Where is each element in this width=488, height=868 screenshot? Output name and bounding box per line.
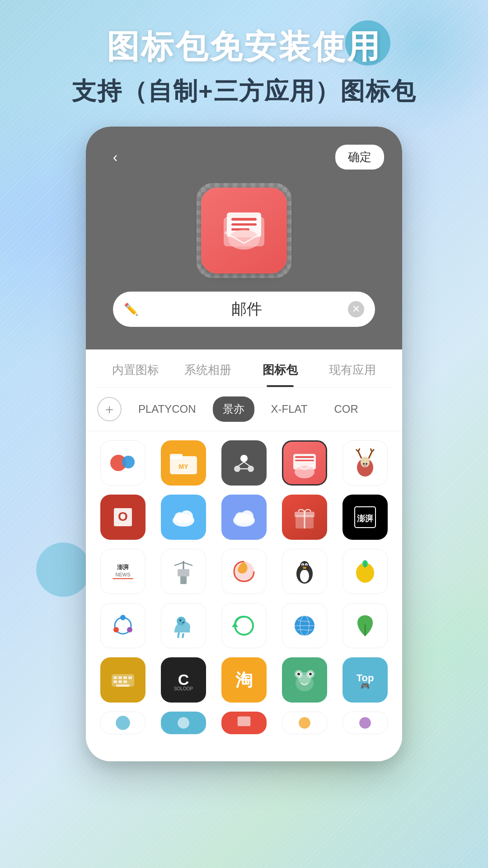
svg-point-8 bbox=[225, 231, 227, 234]
icon-partial-5[interactable] bbox=[343, 712, 388, 734]
icon-top[interactable]: Top 🎮 bbox=[343, 657, 388, 703]
phone-body: ‹ 确定 bbox=[86, 127, 402, 761]
svg-marker-69 bbox=[232, 623, 238, 627]
icon-gift[interactable] bbox=[282, 495, 327, 540]
icon-partial-2[interactable] bbox=[161, 712, 206, 734]
svg-point-55 bbox=[302, 565, 304, 566]
icons-grid-row3: 澎湃 NEWS bbox=[86, 549, 402, 603]
icon-moose[interactable] bbox=[343, 440, 388, 486]
tab-builtin[interactable]: 内置图标 bbox=[99, 349, 172, 387]
icon-mail-selected[interactable] bbox=[282, 440, 327, 486]
filter-xflat[interactable]: X-FLAT bbox=[261, 397, 318, 421]
icon-cell bbox=[218, 495, 270, 540]
icon-lemon[interactable] bbox=[343, 549, 388, 594]
icon-taobao[interactable]: 淘 bbox=[221, 657, 267, 703]
svg-text:淘: 淘 bbox=[235, 670, 253, 689]
svg-point-56 bbox=[306, 565, 307, 566]
svg-line-67 bbox=[183, 633, 183, 638]
svg-point-63 bbox=[127, 627, 132, 632]
icon-cell bbox=[279, 495, 330, 540]
icon-cell bbox=[97, 440, 149, 486]
icon-cell bbox=[158, 495, 209, 540]
svg-line-17 bbox=[238, 462, 244, 466]
add-pack-button[interactable]: ＋ bbox=[97, 397, 122, 421]
icon-cell: O bbox=[97, 495, 149, 540]
icon-camel[interactable] bbox=[161, 603, 206, 648]
svg-rect-43 bbox=[113, 578, 133, 579]
svg-rect-80 bbox=[118, 680, 122, 683]
svg-rect-82 bbox=[116, 684, 130, 687]
back-button[interactable]: ‹ bbox=[104, 146, 127, 169]
svg-rect-78 bbox=[128, 676, 132, 679]
deco-circle bbox=[36, 542, 90, 597]
top-text-area: 图标包免安装使用 支持（自制+三方应用）图标包 bbox=[0, 27, 488, 108]
icon-cell: 澎湃 NEWS bbox=[97, 549, 149, 594]
tab-album[interactable]: 系统相册 bbox=[172, 349, 244, 387]
svg-text:C: C bbox=[178, 671, 189, 688]
svg-point-64 bbox=[177, 617, 186, 626]
svg-line-18 bbox=[244, 462, 250, 466]
icon-cell bbox=[97, 712, 149, 734]
icon-office[interactable]: O bbox=[100, 495, 145, 540]
filter-platycon[interactable]: PLATYCON bbox=[128, 397, 206, 421]
tab-iconpack[interactable]: 图标包 bbox=[244, 349, 316, 387]
icon-earth[interactable] bbox=[282, 603, 327, 648]
svg-point-62 bbox=[113, 627, 119, 632]
icon-cell bbox=[339, 603, 391, 648]
svg-text:澎湃: 澎湃 bbox=[357, 514, 374, 523]
tabs-section: 内置图标 系统相册 图标包 现有应用 bbox=[86, 349, 402, 387]
icon-partial-3[interactable] bbox=[221, 712, 267, 734]
icon-quark[interactable] bbox=[100, 603, 145, 648]
icon-frog[interactable] bbox=[282, 657, 327, 703]
phone-header: ‹ 确定 bbox=[86, 127, 402, 349]
icon-folder[interactable]: MY bbox=[161, 440, 206, 486]
app-icon-preview bbox=[201, 188, 287, 274]
icons-grid-row5: C SOLOOP 淘 bbox=[86, 657, 402, 712]
svg-point-15 bbox=[234, 466, 240, 472]
icon-leaf[interactable] bbox=[343, 603, 388, 648]
icons-grid-row1: MY bbox=[86, 431, 402, 495]
icon-cell bbox=[218, 603, 270, 648]
name-field[interactable]: ✏️ 邮件 ✕ bbox=[113, 292, 375, 327]
icon-soloop[interactable]: C SOLOOP bbox=[161, 657, 206, 703]
icon-keyboard[interactable] bbox=[100, 657, 145, 703]
icon-browser[interactable] bbox=[221, 549, 267, 594]
tab-existing[interactable]: 现有应用 bbox=[316, 349, 389, 387]
svg-rect-76 bbox=[118, 676, 122, 679]
icon-pengmei-dark[interactable]: 澎湃 bbox=[343, 495, 388, 540]
icon-partial-1[interactable] bbox=[100, 712, 145, 734]
svg-rect-75 bbox=[113, 676, 117, 679]
svg-rect-21 bbox=[295, 456, 314, 458]
icon-refresh[interactable] bbox=[221, 603, 267, 648]
filter-cor[interactable]: COR bbox=[324, 397, 368, 421]
svg-rect-98 bbox=[238, 717, 251, 726]
svg-rect-45 bbox=[178, 569, 189, 576]
svg-point-57 bbox=[303, 567, 306, 569]
svg-rect-81 bbox=[123, 680, 127, 683]
clear-button[interactable]: ✕ bbox=[348, 301, 364, 317]
filter-jingyi[interactable]: 景亦 bbox=[213, 396, 254, 422]
tabs-row: 内置图标 系统相册 图标包 现有应用 bbox=[95, 349, 393, 387]
icon-preview-area bbox=[104, 183, 384, 278]
svg-point-61 bbox=[120, 615, 126, 620]
confirm-button[interactable]: 确定 bbox=[335, 145, 384, 170]
subtitle: 支持（自制+三方应用）图标包 bbox=[0, 75, 488, 108]
icon-cell bbox=[218, 712, 270, 734]
icon-crane[interactable] bbox=[161, 549, 206, 594]
icon-cell: Top 🎮 bbox=[339, 657, 391, 703]
icon-pengmei-news[interactable]: 澎湃 NEWS bbox=[100, 549, 145, 594]
svg-point-65 bbox=[179, 619, 181, 621]
icon-molecule[interactable] bbox=[221, 440, 267, 486]
icon-cell bbox=[218, 549, 270, 594]
icon-cloud-purple[interactable] bbox=[221, 495, 267, 540]
icon-cloud-blue[interactable] bbox=[161, 495, 206, 540]
svg-point-14 bbox=[240, 455, 248, 462]
icon-partial-4[interactable] bbox=[282, 712, 327, 734]
icon-penguin[interactable] bbox=[282, 549, 327, 594]
icon-cell bbox=[158, 603, 209, 648]
mail-svg bbox=[217, 203, 271, 258]
svg-text:MY: MY bbox=[179, 463, 189, 470]
svg-point-5 bbox=[228, 230, 260, 250]
icon-cell bbox=[339, 712, 391, 734]
icon-pingpong[interactable] bbox=[100, 440, 145, 486]
